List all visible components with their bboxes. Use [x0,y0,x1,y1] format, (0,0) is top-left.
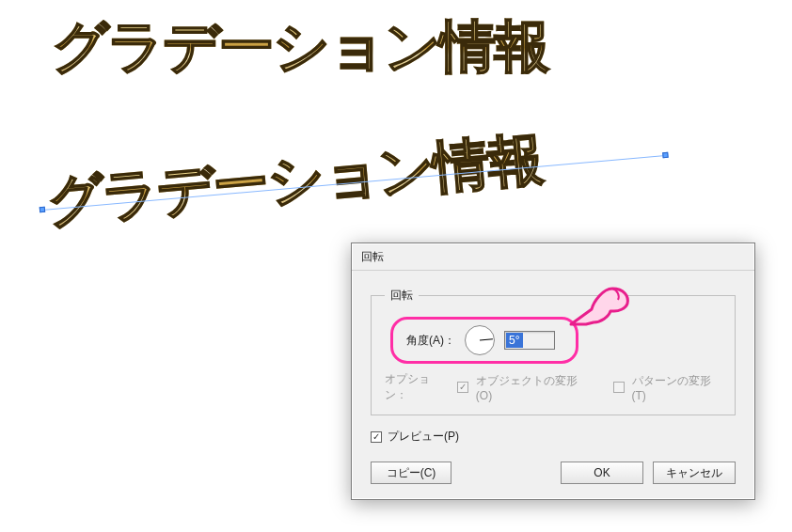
checkbox-transform-object [457,382,468,393]
gradient-text-rotated: グラデーション情報 [43,121,545,241]
options-label: オプション： [385,371,450,403]
angle-value: 5° [506,333,523,348]
selection-handle-right[interactable] [662,152,669,159]
pointing-hand-icon [565,283,631,336]
cancel-button[interactable]: キャンセル [653,462,736,484]
rotate-group: 回転 角度(A)： 5° オプション： オブジェクトの変形(O) [371,288,736,415]
angle-highlight: 角度(A)： 5° [390,317,578,364]
checkbox-preview[interactable] [371,431,382,443]
angle-dial[interactable] [465,325,495,355]
rotate-dialog: 回転 回転 角度(A)： 5° オプション： オ [351,243,755,500]
option-transform-pattern-label: パターンの変形(T) [632,373,721,402]
gradient-text-original: グラデーション情報 [52,9,548,86]
angle-input[interactable]: 5° [504,331,555,350]
preview-row: プレビュー(P) [371,429,736,445]
checkbox-transform-pattern [613,382,625,393]
option-transform-object-label: オブジェクトの変形(O) [476,373,589,402]
copy-button[interactable]: コピー(C) [371,462,451,484]
selection-handle-left[interactable] [40,207,46,213]
preview-label: プレビュー(P) [388,429,459,445]
angle-label: 角度(A)： [406,333,455,349]
ok-button[interactable]: OK [561,462,643,484]
options-row: オプション： オブジェクトの変形(O) パターンの変形(T) [385,371,721,403]
dialog-title: 回転 [352,243,754,271]
rotate-group-legend: 回転 [385,288,419,304]
